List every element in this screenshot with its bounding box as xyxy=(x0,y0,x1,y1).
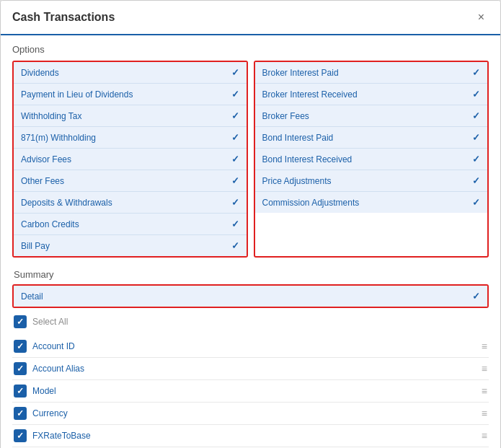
right-option-item[interactable]: Broker Interest Paid✓ xyxy=(255,62,488,84)
right-option-item[interactable]: Bond Interest Paid✓ xyxy=(255,127,488,149)
left-options-box: Dividends✓Payment in Lieu of Dividends✓W… xyxy=(12,61,248,258)
column-checkbox[interactable]: ✓ xyxy=(14,407,27,420)
right-option-label: Price Adjustments xyxy=(262,176,332,186)
left-option-item[interactable]: Carbon Credits✓ xyxy=(14,214,247,235)
left-option-check: ✓ xyxy=(231,197,239,208)
left-option-item[interactable]: Dividends✓ xyxy=(14,62,247,84)
right-option-item[interactable]: Price Adjustments✓ xyxy=(255,170,488,192)
drag-handle-icon[interactable]: ≡ xyxy=(482,363,487,374)
column-checkbox[interactable]: ✓ xyxy=(14,340,27,353)
right-option-item[interactable]: Bond Interest Received✓ xyxy=(255,149,488,170)
list-item: ✓ Currency ≡ xyxy=(12,403,489,425)
drag-handle-icon[interactable]: ≡ xyxy=(482,385,487,397)
column-item-label: Model xyxy=(32,386,476,396)
left-option-item[interactable]: Payment in Lieu of Dividends✓ xyxy=(14,84,247,105)
column-checkmark: ✓ xyxy=(17,431,24,440)
right-option-check: ✓ xyxy=(472,197,480,208)
left-option-item[interactable]: 871(m) Withholding✓ xyxy=(14,127,247,149)
summary-label: Summary xyxy=(12,265,489,284)
column-list: ✓ Account ID ≡ ✓ Account Alias ≡ ✓ Model… xyxy=(12,335,489,448)
cash-transactions-dialog: Cash Transactions × Options Dividends✓Pa… xyxy=(0,0,501,448)
column-checkmark: ✓ xyxy=(17,364,24,373)
left-option-label: 871(m) Withholding xyxy=(21,133,96,143)
left-option-item[interactable]: Withholding Tax✓ xyxy=(14,105,247,127)
drag-handle-icon[interactable]: ≡ xyxy=(482,430,487,442)
list-item: ✓ Account ID ≡ xyxy=(12,335,489,358)
left-option-check: ✓ xyxy=(231,240,239,251)
columns-row: Dividends✓Payment in Lieu of Dividends✓W… xyxy=(12,61,489,258)
right-option-label: Commission Adjustments xyxy=(262,198,360,208)
left-option-check: ✓ xyxy=(231,67,239,78)
column-item-label: Account ID xyxy=(32,341,476,351)
right-option-check: ✓ xyxy=(472,89,480,100)
summary-section: Summary Detail ✓ xyxy=(12,265,489,308)
right-option-check: ✓ xyxy=(472,175,480,186)
left-option-item[interactable]: Deposits & Withdrawals✓ xyxy=(14,192,247,214)
dialog-header: Cash Transactions × xyxy=(1,1,500,35)
left-option-item[interactable]: Other Fees✓ xyxy=(14,170,247,192)
right-options-box: Broker Interest Paid✓Broker Interest Rec… xyxy=(254,61,489,258)
column-item-label: FXRateToBase xyxy=(32,431,476,441)
detail-item[interactable]: Detail ✓ xyxy=(14,286,487,307)
column-checkbox[interactable]: ✓ xyxy=(14,385,27,398)
left-option-item[interactable]: Bill Pay✓ xyxy=(14,235,247,256)
right-option-check: ✓ xyxy=(472,132,480,143)
column-checkbox[interactable]: ✓ xyxy=(14,362,27,375)
left-option-check: ✓ xyxy=(231,132,239,143)
left-option-check: ✓ xyxy=(231,219,239,229)
detail-check-icon: ✓ xyxy=(472,291,480,302)
select-all-row: ✓ Select All xyxy=(12,312,489,331)
detail-item-label: Detail xyxy=(21,291,43,302)
left-option-label: Carbon Credits xyxy=(21,219,79,229)
right-option-label: Broker Interest Received xyxy=(262,89,358,100)
left-option-item[interactable]: Advisor Fees✓ xyxy=(14,149,247,170)
list-item: ✓ Model ≡ xyxy=(12,380,489,403)
dialog-body: Options Dividends✓Payment in Lieu of Div… xyxy=(1,35,500,448)
close-button[interactable]: × xyxy=(474,9,489,25)
right-option-label: Broker Fees xyxy=(262,111,309,121)
drag-handle-icon[interactable]: ≡ xyxy=(482,408,487,419)
left-option-label: Payment in Lieu of Dividends xyxy=(21,89,133,100)
left-option-label: Dividends xyxy=(21,68,59,78)
left-option-label: Deposits & Withdrawals xyxy=(21,198,112,208)
left-option-check: ✓ xyxy=(231,89,239,100)
left-option-check: ✓ xyxy=(231,175,239,186)
list-item: ✓ FXRateToBase ≡ xyxy=(12,425,489,447)
dialog-title: Cash Transactions xyxy=(12,11,115,24)
select-all-label: Select All xyxy=(32,317,68,327)
left-option-check: ✓ xyxy=(231,154,239,164)
select-all-checkbox[interactable]: ✓ xyxy=(14,315,27,328)
options-label: Options xyxy=(12,44,489,55)
right-option-check: ✓ xyxy=(472,67,480,78)
select-all-checkmark: ✓ xyxy=(17,317,24,326)
left-option-label: Withholding Tax xyxy=(21,111,82,121)
column-item-label: Currency xyxy=(32,408,476,418)
column-checkbox[interactable]: ✓ xyxy=(14,429,27,442)
left-option-check: ✓ xyxy=(231,110,239,121)
detail-box: Detail ✓ xyxy=(12,284,489,308)
right-option-label: Broker Interest Paid xyxy=(262,68,339,78)
right-option-item[interactable]: Broker Interest Received✓ xyxy=(255,84,488,105)
left-option-label: Bill Pay xyxy=(21,241,50,251)
right-option-item[interactable]: Commission Adjustments✓ xyxy=(255,192,488,213)
column-checkmark: ✓ xyxy=(17,409,24,418)
right-option-item[interactable]: Broker Fees✓ xyxy=(255,105,488,127)
right-option-label: Bond Interest Paid xyxy=(262,133,334,143)
column-checkmark: ✓ xyxy=(17,342,24,351)
right-option-check: ✓ xyxy=(472,110,480,121)
column-checkmark: ✓ xyxy=(17,387,24,395)
column-item-label: Account Alias xyxy=(32,364,476,374)
list-item: ✓ Account Alias ≡ xyxy=(12,358,489,380)
right-option-label: Bond Interest Received xyxy=(262,154,353,164)
left-option-label: Advisor Fees xyxy=(21,154,71,164)
right-option-check: ✓ xyxy=(472,154,480,164)
drag-handle-icon[interactable]: ≡ xyxy=(482,341,487,352)
left-option-label: Other Fees xyxy=(21,176,64,186)
